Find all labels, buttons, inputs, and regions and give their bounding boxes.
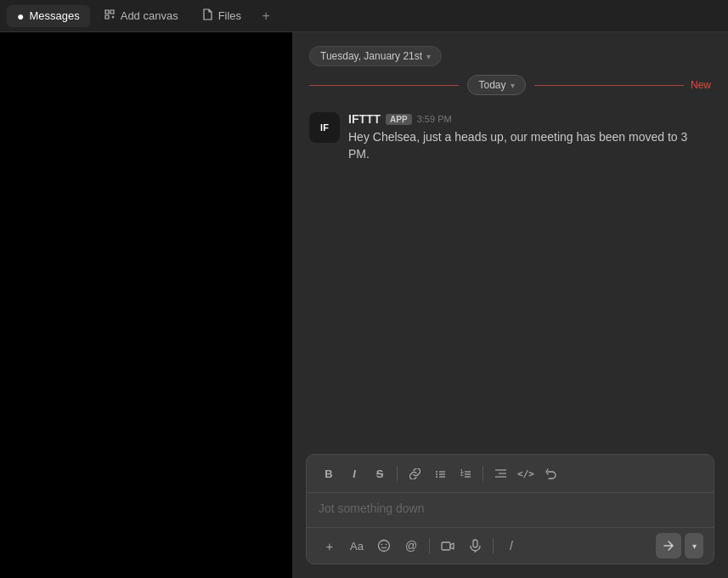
svg-point-14 [379, 541, 390, 552]
unordered-list-button[interactable] [428, 462, 452, 485]
tab-messages[interactable]: ● Messages [7, 5, 90, 27]
canvas-icon [104, 8, 116, 23]
editor-footer: + Aa @ [307, 527, 714, 564]
undo-button[interactable] [539, 462, 563, 485]
svg-point-16 [386, 544, 387, 546]
add-tab-button[interactable]: + [255, 5, 277, 27]
bold-button[interactable]: B [317, 462, 341, 485]
svg-point-2 [436, 476, 437, 478]
editor-toolbar: B I S [307, 455, 714, 493]
today-label: Today [478, 79, 505, 91]
code-button[interactable]: </> [514, 462, 538, 485]
date-section: Tuesday, January 21st ▾ [292, 32, 728, 66]
link-button[interactable] [403, 462, 426, 485]
messages-icon: ● [17, 9, 24, 23]
editor-container: B I S [306, 454, 714, 564]
italic-button[interactable]: I [342, 462, 366, 485]
message-timestamp: 3:59 PM [417, 114, 452, 124]
tab-bar: ● Messages Add canvas Files + [0, 0, 728, 32]
audio-button[interactable] [462, 533, 488, 558]
tab-add-canvas[interactable]: Add canvas [93, 4, 189, 27]
tab-files[interactable]: Files [192, 4, 251, 27]
date-tuesday-pill[interactable]: Tuesday, January 21st ▾ [309, 46, 442, 66]
svg-text:2.: 2. [460, 472, 465, 477]
editor-input[interactable]: Jot something down [307, 493, 714, 527]
left-panel [0, 32, 292, 578]
avatar: IF [309, 112, 340, 143]
today-divider: Today ▾ New [292, 66, 728, 104]
mention-button[interactable]: @ [398, 533, 424, 558]
today-pill[interactable]: Today ▾ [467, 75, 525, 95]
messages-area: Today ▾ New IF IFTTT APP 3:59 PM Hey [292, 66, 728, 447]
toolbar-separator-2 [483, 466, 483, 481]
main-content: Tuesday, January 21st ▾ Today ▾ New IF [0, 32, 728, 578]
add-attachment-button[interactable]: + [317, 533, 342, 558]
svg-point-15 [381, 544, 383, 546]
date-tuesday-label: Tuesday, January 21st [320, 50, 422, 62]
message-header: IFTTT APP 3:59 PM [348, 112, 711, 126]
send-button[interactable] [656, 533, 681, 558]
svg-rect-18 [473, 540, 477, 547]
message-body: IFTTT APP 3:59 PM Hey Chelsea, just a he… [348, 112, 711, 162]
indent-button[interactable] [488, 462, 512, 485]
svg-point-1 [436, 473, 437, 475]
svg-rect-17 [442, 542, 450, 550]
slash-command-button[interactable]: / [499, 533, 524, 558]
tab-messages-label: Messages [29, 9, 79, 22]
today-chevron-icon: ▾ [511, 81, 515, 90]
files-icon [202, 8, 213, 23]
toolbar-separator-1 [397, 466, 398, 481]
text-format-button[interactable]: Aa [344, 533, 370, 558]
strikethrough-button[interactable]: S [368, 462, 392, 485]
svg-point-0 [436, 471, 437, 473]
message-item: IF IFTTT APP 3:59 PM Hey Chelsea, just a… [292, 104, 728, 171]
emoji-button[interactable] [371, 533, 397, 558]
chevron-down-icon: ▾ [426, 52, 431, 61]
new-badge: New [691, 79, 711, 91]
tab-files-label: Files [218, 9, 241, 22]
sender-name: IFTTT [348, 112, 381, 126]
ordered-list-button[interactable]: 1. 2. [454, 462, 477, 485]
avatar-text: IF [320, 122, 329, 133]
footer-separator-2 [493, 538, 494, 553]
send-dropdown-button[interactable]: ▾ [685, 533, 703, 558]
add-tab-icon: + [262, 8, 269, 24]
video-button[interactable] [435, 533, 460, 558]
divider-line-left [309, 85, 459, 86]
message-text: Hey Chelsea, just a heads up, our meetin… [348, 129, 711, 162]
app-badge: APP [386, 114, 412, 125]
right-panel: Tuesday, January 21st ▾ Today ▾ New IF [292, 32, 728, 578]
divider-line-right [534, 85, 684, 86]
editor-placeholder: Jot something down [319, 502, 425, 515]
footer-separator-1 [429, 538, 430, 553]
tab-add-canvas-label: Add canvas [121, 9, 178, 22]
